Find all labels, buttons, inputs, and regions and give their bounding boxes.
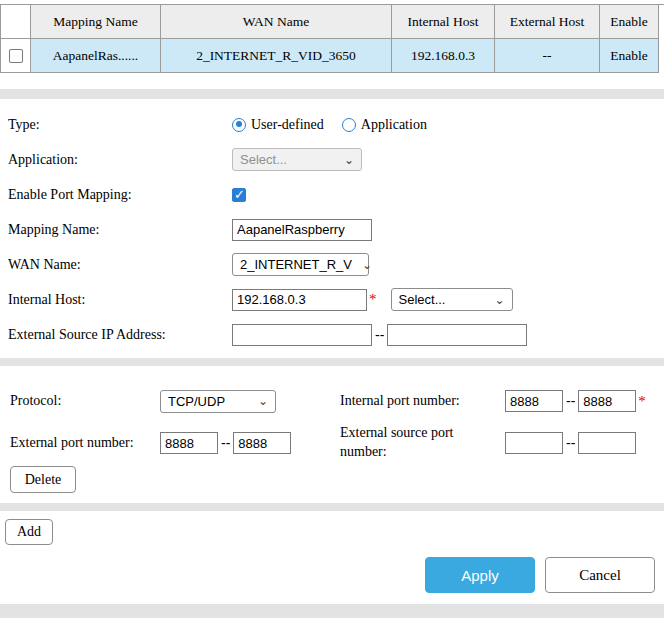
table-header-row: Mapping Name WAN Name Internal Host Exte… <box>1 5 664 39</box>
radio-application[interactable]: Application <box>342 117 427 133</box>
protocol-row: Protocol: TCP/UDP ⌄ Internal port number… <box>0 380 664 422</box>
external-port-to-input[interactable] <box>233 432 291 454</box>
external-source-ip-from-input[interactable] <box>232 324 372 346</box>
header-cell-checkbox <box>1 5 31 39</box>
external-source-port-label: External source port number: <box>340 424 505 462</box>
range-separator: -- <box>221 435 230 451</box>
bottom-band <box>0 604 664 618</box>
action-row: Apply Cancel <box>0 557 664 593</box>
header-cell-wan-name: WAN Name <box>161 5 392 39</box>
row-wan-name: 2_INTERNET_R_VID_3650 <box>161 39 392 73</box>
external-source-port-to-input[interactable] <box>578 432 636 454</box>
mapping-form: Type: User-defined Application Applicati… <box>0 99 664 352</box>
range-separator: -- <box>566 435 575 451</box>
protocol-select[interactable]: TCP/UDP ⌄ <box>160 390 276 413</box>
internal-host-select-value: Select... <box>399 292 446 307</box>
external-port-from-input[interactable] <box>160 432 218 454</box>
chevron-down-icon: ⌄ <box>362 259 372 271</box>
required-asterisk: * <box>638 393 646 410</box>
external-source-ip-to-input[interactable] <box>387 324 527 346</box>
row-checkbox-cell <box>1 39 31 73</box>
application-select-value: Select... <box>240 152 287 167</box>
type-row: Type: User-defined Application <box>0 107 664 142</box>
wan-name-select[interactable]: 2_INTERNET_R_V ⌄ <box>232 253 369 276</box>
mapping-name-label: Mapping Name: <box>0 222 232 238</box>
external-port-label: External port number: <box>0 435 160 451</box>
row-mapping-name: AapanelRas...... <box>31 39 161 73</box>
internal-host-input[interactable] <box>232 289 367 311</box>
delete-button[interactable]: Delete <box>10 466 76 493</box>
port-section: Protocol: TCP/UDP ⌄ Internal port number… <box>0 366 664 503</box>
header-cell-external-host: External Host <box>495 5 600 39</box>
row-enable-status: Enable <box>600 39 659 73</box>
row-internal-host: 192.168.0.3 <box>392 39 495 73</box>
range-separator: -- <box>566 393 575 409</box>
protocol-label: Protocol: <box>0 393 160 409</box>
range-separator: -- <box>375 327 384 343</box>
enable-port-mapping-row: Enable Port Mapping: <box>0 177 664 212</box>
chevron-down-icon: ⌄ <box>258 395 268 407</box>
protocol-select-value: TCP/UDP <box>168 394 225 409</box>
port-mapping-page: Mapping Name WAN Name Internal Host Exte… <box>0 0 664 618</box>
chevron-down-icon: ⌄ <box>344 154 354 166</box>
mapping-name-input[interactable] <box>232 219 372 241</box>
application-select[interactable]: Select... ⌄ <box>232 148 362 171</box>
header-cell-mapping-name: Mapping Name <box>31 5 161 39</box>
required-asterisk: * <box>369 291 377 308</box>
radio-unselected-icon <box>342 118 356 132</box>
radio-application-label: Application <box>361 117 427 133</box>
header-cell-enable: Enable <box>600 5 659 39</box>
enable-port-mapping-checkbox[interactable] <box>232 188 246 202</box>
chevron-down-icon: ⌄ <box>494 294 504 306</box>
add-button[interactable]: Add <box>5 519 53 545</box>
type-label: Type: <box>0 117 232 133</box>
internal-host-label: Internal Host: <box>0 292 232 308</box>
separator-top <box>0 89 664 99</box>
external-source-port-from-input[interactable] <box>505 432 563 454</box>
cancel-button[interactable]: Cancel <box>545 557 655 593</box>
wan-name-label: WAN Name: <box>0 257 232 273</box>
separator-lower <box>0 503 664 511</box>
table-row[interactable]: AapanelRas...... 2_INTERNET_R_VID_3650 1… <box>1 39 664 73</box>
external-source-ip-label: External Source IP Address: <box>0 327 232 343</box>
radio-selected-icon <box>232 118 246 132</box>
wan-name-row: WAN Name: 2_INTERNET_R_V ⌄ <box>0 247 664 282</box>
header-cell-internal-host: Internal Host <box>392 5 495 39</box>
separator-middle <box>0 358 664 366</box>
external-source-ip-row: External Source IP Address: -- <box>0 317 664 352</box>
radio-user-defined[interactable]: User-defined <box>232 117 324 133</box>
internal-port-from-input[interactable] <box>505 390 563 412</box>
row-checkbox[interactable] <box>9 49 23 63</box>
radio-user-defined-label: User-defined <box>251 117 324 133</box>
application-row: Application: Select... ⌄ <box>0 142 664 177</box>
mapping-name-row: Mapping Name: <box>0 212 664 247</box>
external-port-row: External port number: -- External source… <box>0 422 664 464</box>
mapping-table: Mapping Name WAN Name Internal Host Exte… <box>0 4 664 73</box>
internal-host-row: Internal Host: * Select... ⌄ <box>0 282 664 317</box>
apply-button[interactable]: Apply <box>425 557 535 593</box>
enable-port-mapping-label: Enable Port Mapping: <box>0 187 232 203</box>
internal-port-to-input[interactable] <box>578 390 636 412</box>
internal-host-select[interactable]: Select... ⌄ <box>391 288 513 311</box>
application-label: Application: <box>0 152 232 168</box>
internal-port-label: Internal port number: <box>340 392 505 411</box>
row-external-host: -- <box>495 39 600 73</box>
wan-name-select-value: 2_INTERNET_R_V <box>240 257 352 272</box>
